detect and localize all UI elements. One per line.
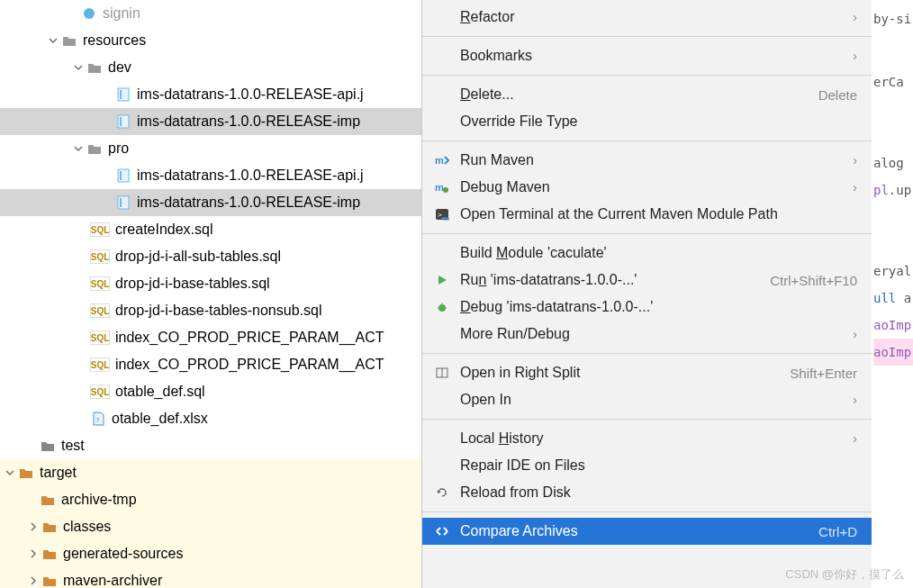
file-icon bbox=[81, 5, 97, 22]
folder-icon bbox=[41, 546, 58, 562]
folder-icon bbox=[40, 492, 56, 508]
editor-content: by-si erCa alog pl.up eryal ull a aoImp … bbox=[873, 0, 913, 366]
chevron-right-icon: › bbox=[846, 327, 857, 341]
menu-override-file-type[interactable]: Override File Type bbox=[422, 108, 872, 135]
svg-rect-1 bbox=[118, 88, 129, 101]
terminal-icon: >_m bbox=[433, 205, 451, 223]
tree-label: archive-tmp bbox=[61, 492, 137, 508]
tree-item-indexco2[interactable]: SQL index_CO_PROD_PRICE_PARAM__ACT bbox=[0, 351, 421, 378]
blank-icon bbox=[433, 325, 451, 343]
tree-item-pro[interactable]: pro bbox=[0, 135, 421, 162]
tree-label: generated-sources bbox=[63, 546, 183, 562]
tree-item-createindex[interactable]: SQL createIndex.sql bbox=[0, 216, 421, 243]
menu-open-terminal[interactable]: >_m Open Terminal at the Current Maven M… bbox=[422, 201, 872, 228]
sql-icon: SQL bbox=[90, 384, 110, 399]
menu-reload-disk[interactable]: Reload from Disk bbox=[422, 479, 872, 506]
svg-rect-2 bbox=[120, 90, 122, 99]
file-icon: ? bbox=[90, 411, 106, 427]
chevron-right-icon: › bbox=[846, 10, 857, 24]
chevron-down-icon[interactable] bbox=[72, 61, 85, 74]
menu-refactor[interactable]: RRefactorefactor › bbox=[422, 4, 872, 31]
tree-label: pro bbox=[108, 140, 129, 157]
maven-icon: m bbox=[433, 151, 451, 169]
menu-build-module[interactable]: Build Module 'caculate' bbox=[422, 240, 872, 267]
tree-item-dev-imp[interactable]: ims-datatrans-1.0.0-RELEASE-imp bbox=[0, 108, 421, 135]
svg-rect-8 bbox=[120, 198, 122, 207]
tree-item-resources[interactable]: resources bbox=[0, 27, 421, 54]
tree-item-pro-imp[interactable]: ims-datatrans-1.0.0-RELEASE-imp bbox=[0, 189, 421, 216]
blank-icon bbox=[433, 430, 451, 448]
tree-item-dropbase-nonsub[interactable]: SQL drop-jd-i-base-tables-nonsub.sql bbox=[0, 297, 421, 324]
tree-label: index_CO_PROD_PRICE_PARAM__ACT bbox=[115, 330, 384, 346]
context-menu: RRefactorefactor › Bookmarks › Delete...… bbox=[421, 0, 872, 588]
chevron-right-icon: › bbox=[846, 49, 857, 63]
tree-item-archive-tmp[interactable]: archive-tmp bbox=[0, 486, 421, 513]
blank-icon bbox=[433, 391, 451, 409]
tree-label: test bbox=[61, 438, 85, 454]
svg-text:m: m bbox=[435, 155, 444, 166]
tree-item-dropbase[interactable]: SQL drop-jd-i-base-tables.sql bbox=[0, 270, 421, 297]
chevron-right-icon: › bbox=[846, 431, 857, 446]
jar-icon bbox=[115, 167, 131, 184]
menu-debug-maven[interactable]: m Debug Maven › bbox=[422, 174, 872, 201]
sql-icon: SQL bbox=[90, 330, 110, 345]
menu-repair-ide[interactable]: Repair IDE on Files bbox=[422, 452, 872, 479]
folder-icon bbox=[86, 140, 103, 157]
menu-open-in[interactable]: Open In › bbox=[422, 386, 872, 413]
menu-run-maven[interactable]: m Run Maven › bbox=[422, 147, 872, 174]
tree-item-otablexlsx[interactable]: ? otable_def.xlsx bbox=[0, 405, 421, 432]
menu-delete[interactable]: Delete... Delete bbox=[422, 81, 872, 108]
menu-local-history[interactable]: Local History › bbox=[422, 425, 872, 452]
folder-icon bbox=[41, 573, 58, 588]
chevron-down-icon[interactable] bbox=[47, 34, 59, 47]
svg-point-16 bbox=[438, 304, 446, 312]
menu-run-ims[interactable]: Run 'ims-datatrans-1.0.0-...' Ctrl+Shift… bbox=[422, 267, 872, 294]
tree-item-pro-api[interactable]: ims-datatrans-1.0.0-RELEASE-api.j bbox=[0, 162, 421, 189]
menu-separator bbox=[422, 353, 872, 354]
menu-open-right-split[interactable]: Open in Right Split Shift+Enter bbox=[422, 359, 872, 386]
tree-item-maven-archiver[interactable]: maven-archiver bbox=[0, 567, 421, 588]
tree-label: resources bbox=[83, 32, 146, 49]
chevron-right-icon[interactable] bbox=[27, 520, 40, 533]
blank-icon bbox=[433, 47, 451, 65]
tree-item-classes[interactable]: classes bbox=[0, 513, 421, 540]
tree-item-dev-api[interactable]: ims-datatrans-1.0.0-RELEASE-api.j bbox=[0, 81, 421, 108]
sql-icon: SQL bbox=[90, 249, 110, 264]
tree-label: target bbox=[40, 465, 77, 481]
tree-label: maven-archiver bbox=[63, 573, 162, 588]
blank-icon bbox=[433, 244, 451, 262]
folder-icon bbox=[86, 59, 103, 76]
menu-separator bbox=[422, 419, 872, 420]
folder-icon bbox=[61, 32, 77, 49]
tree-item-dropall[interactable]: SQL drop-jd-i-all-sub-tables.sql bbox=[0, 243, 421, 270]
code-line: aoImp bbox=[873, 312, 913, 339]
tree-item-indexco1[interactable]: SQL index_CO_PROD_PRICE_PARAM__ACT bbox=[0, 324, 421, 351]
menu-debug-ims[interactable]: Debug 'ims-datatrans-1.0.0-...' bbox=[422, 294, 872, 321]
project-tree: signin resources dev ims-datatrans-1.0.0… bbox=[0, 0, 421, 588]
shortcut-label: Shift+Enter bbox=[790, 366, 857, 381]
tree-item-generated-sources[interactable]: generated-sources bbox=[0, 540, 421, 567]
menu-more-run-debug[interactable]: More Run/Debug › bbox=[422, 321, 872, 348]
menu-bookmarks[interactable]: Bookmarks › bbox=[422, 42, 872, 69]
chevron-right-icon[interactable] bbox=[27, 547, 40, 560]
tree-item-target[interactable]: target bbox=[0, 459, 421, 486]
tree-label: otable_def.xlsx bbox=[112, 411, 208, 427]
blank-icon bbox=[433, 8, 451, 26]
chevron-down-icon[interactable] bbox=[4, 466, 16, 479]
chevron-right-icon[interactable] bbox=[27, 574, 40, 587]
tree-item-signin[interactable]: signin bbox=[0, 0, 421, 27]
svg-text:?: ? bbox=[95, 416, 100, 424]
sql-icon: SQL bbox=[90, 276, 110, 291]
svg-text:m: m bbox=[443, 214, 449, 222]
jar-icon bbox=[115, 113, 131, 130]
folder-icon bbox=[40, 438, 56, 454]
tree-item-test[interactable]: test bbox=[0, 432, 421, 459]
blank-icon bbox=[433, 113, 451, 131]
blank-icon bbox=[433, 86, 451, 104]
chevron-down-icon[interactable] bbox=[72, 142, 85, 155]
menu-compare-archives[interactable]: Compare Archives Ctrl+D bbox=[422, 518, 872, 545]
tree-item-dev[interactable]: dev bbox=[0, 54, 421, 81]
sql-icon: SQL bbox=[90, 357, 110, 372]
tree-item-otablesql[interactable]: SQL otable_def.sql bbox=[0, 378, 421, 405]
code-line: eryal bbox=[873, 258, 913, 285]
